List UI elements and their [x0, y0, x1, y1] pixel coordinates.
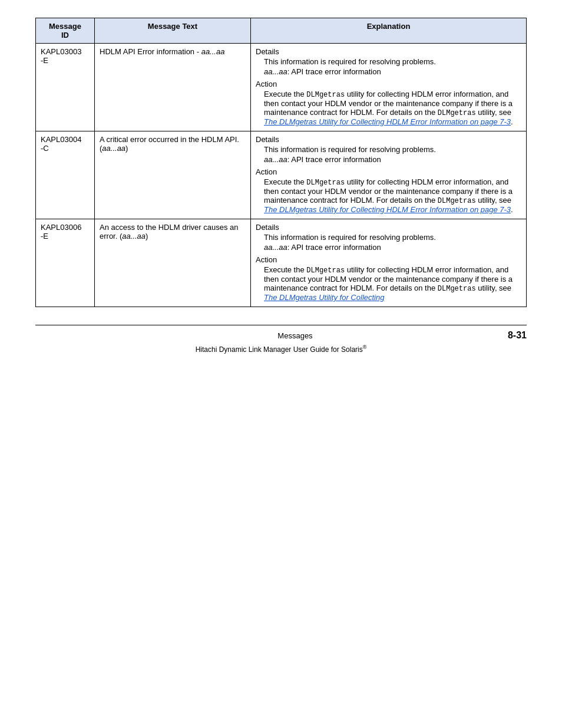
details-item-2-1: This information is required for resolvi… [264, 145, 521, 154]
table-row: KAPL03004-C A critical error occurred in… [36, 131, 527, 219]
table-row: KAPL03006-E An access to the HDLM driver… [36, 219, 527, 307]
action-item-3-1: Execute the DLMgetras utility for collec… [264, 265, 521, 302]
table-row: KAPL03003-E HDLM API Error information -… [36, 44, 527, 131]
message-id-1: KAPL03003-E [36, 44, 95, 131]
page-wrapper: MessageID Message Text Explanation KAPL0… [35, 18, 527, 354]
action-item-2-1: Execute the DLMgetras utility for collec… [264, 177, 521, 214]
explanation-3: Details This information is required for… [251, 219, 527, 307]
col-header-message-id: MessageID [36, 18, 95, 44]
col-header-message-text: Message Text [95, 18, 251, 44]
footer: Messages 8-31 [35, 325, 527, 341]
action-label-3: Action [256, 255, 521, 264]
details-item-1-1: This information is required for resolvi… [264, 57, 521, 66]
main-table: MessageID Message Text Explanation KAPL0… [35, 18, 527, 307]
message-text-2: A critical error occurred in the HDLM AP… [95, 131, 251, 219]
details-item-1-2: aa...aa: API trace error information [264, 67, 521, 76]
message-id-3: KAPL03006-E [36, 219, 95, 307]
footer-page-number: 8-31 [508, 330, 527, 341]
explanation-1: Details This information is required for… [251, 44, 527, 131]
details-item-3-1: This information is required for resolvi… [264, 233, 521, 242]
action-label-2: Action [256, 167, 521, 176]
message-text-1: HDLM API Error information - aa...aa [95, 44, 251, 131]
details-label-3: Details [256, 223, 521, 232]
message-text-3: An access to the HDLM driver causes an e… [95, 219, 251, 307]
action-item-1-1: Execute the DLMgetras utility for collec… [264, 90, 521, 126]
col-header-explanation: Explanation [251, 18, 527, 44]
details-item-3-2: aa...aa: API trace error information [264, 243, 521, 252]
footer-bottom-text: Hitachi Dynamic Link Manager User Guide … [35, 344, 527, 354]
details-label-2: Details [256, 135, 521, 144]
details-label-1: Details [256, 47, 521, 56]
footer-center-text: Messages [82, 331, 508, 340]
action-label-1: Action [256, 80, 521, 88]
details-item-2-2: aa...aa: API trace error information [264, 155, 521, 164]
explanation-2: Details This information is required for… [251, 131, 527, 219]
message-id-2: KAPL03004-C [36, 131, 95, 219]
